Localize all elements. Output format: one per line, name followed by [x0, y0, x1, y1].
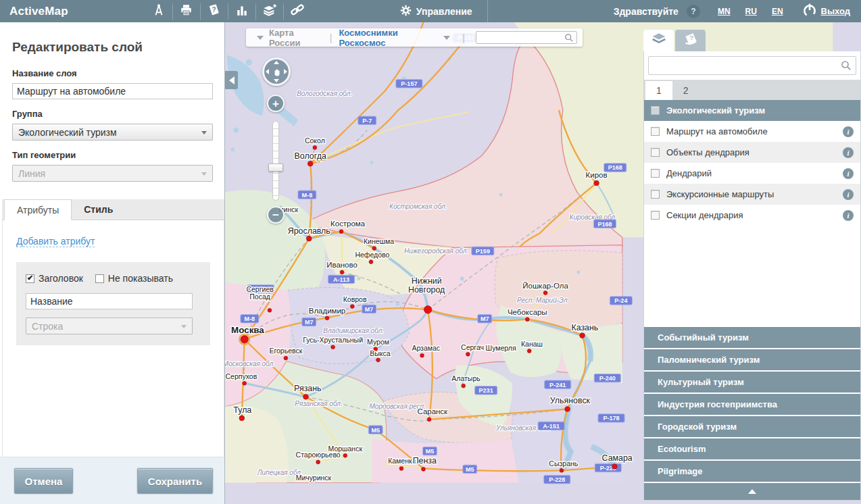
zoom-out-button[interactable]: −	[267, 206, 285, 224]
map-city-label: Рязань	[294, 384, 321, 393]
map-region-label: Московская обл.	[225, 360, 275, 368]
map-city-dot	[303, 395, 309, 400]
print-button[interactable]	[173, 0, 200, 22]
zoom-slider[interactable]	[272, 121, 279, 201]
panel-footer: Отмена Сохранить	[0, 457, 224, 504]
zoom-in-button[interactable]: +	[267, 95, 285, 112]
attribute-name-input[interactable]	[26, 293, 193, 309]
collapse-left-panel-button[interactable]	[225, 71, 238, 89]
basemap-label[interactable]: Карта России	[269, 28, 323, 48]
tab-style[interactable]: Стиль	[72, 199, 125, 220]
chevron-down-icon	[201, 131, 207, 134]
collapse-panel-button[interactable]	[644, 483, 860, 500]
map-city-label: Нефедово	[355, 251, 389, 259]
tab-attributes[interactable]: Атрибуты	[4, 199, 72, 220]
overlay-dropdown-arrow[interactable]	[443, 36, 450, 40]
header-separator	[487, 0, 488, 22]
collapsed-group-header[interactable]: Паломнический туризм	[644, 349, 860, 370]
svg-text:Р-240: Р-240	[599, 375, 616, 382]
add-attribute-link[interactable]: Добавить атрибут	[16, 236, 95, 247]
layer-row[interactable]: Дендрарийi	[644, 163, 860, 184]
map-city-label: Муром	[367, 338, 389, 346]
geometry-type-label: Тип геометрии	[12, 150, 212, 160]
measure-tool-button[interactable]	[145, 0, 172, 22]
layer-checkbox[interactable]	[651, 148, 660, 157]
layer-row[interactable]: Маршрут на автомобилеi	[644, 121, 860, 142]
logout-button[interactable]: Выход	[802, 3, 850, 20]
topbar-separator: |	[462, 32, 465, 43]
group-title: Культурный туризм	[658, 377, 744, 387]
basemap-dropdown-arrow[interactable]	[257, 36, 264, 40]
group-title: Экологический туризм	[666, 105, 765, 116]
title-checkbox[interactable]	[26, 274, 34, 283]
collapsed-group-header[interactable]: Ecotourism	[644, 438, 860, 459]
lang-ru[interactable]: RU	[745, 7, 757, 16]
layer-name-label: Название слоя	[12, 68, 212, 78]
map-city-label: Чебоксары	[508, 308, 547, 316]
save-button[interactable]: Сохранить	[137, 468, 213, 494]
map-road-badge: Р231	[475, 386, 497, 395]
map-city-label: Ковров	[343, 295, 367, 303]
map-city-label: Гусь-Хрустальный	[303, 336, 363, 344]
help-book-button[interactable]: ?	[201, 0, 228, 22]
info-icon[interactable]: i	[843, 126, 854, 137]
attribute-type-select: Строка	[26, 318, 193, 334]
chevron-left-icon	[229, 76, 235, 84]
page-tab-2[interactable]: 2	[672, 81, 699, 100]
map-city-label: Сергиев	[246, 285, 274, 293]
collapsed-group-header[interactable]: Pilgrimage	[644, 461, 860, 482]
lang-en[interactable]: EN	[772, 7, 783, 16]
cancel-button[interactable]: Отмена	[14, 468, 73, 494]
group-select[interactable]: Экологический туризм	[12, 124, 213, 141]
info-icon[interactable]: i	[843, 147, 854, 158]
map-city-label: Мичуринск	[296, 474, 332, 482]
zoom-slider-handle[interactable]	[268, 163, 283, 172]
info-icon[interactable]: i	[843, 168, 854, 179]
management-button[interactable]: Управление	[385, 0, 487, 22]
collapsed-group-header[interactable]: Индустрия гостеприимства	[644, 394, 860, 415]
layer-row[interactable]: Экскурсионные маршрутыi	[644, 184, 860, 205]
group-checkbox[interactable]	[651, 106, 660, 115]
layer-row[interactable]: Объекты дендрарияi	[644, 142, 860, 163]
map-city: Шумерля	[486, 344, 516, 352]
svg-text:?: ?	[689, 34, 693, 41]
layer-label: Объекты дендрария	[666, 147, 836, 157]
svg-text:Р-157: Р-157	[401, 80, 417, 87]
layer-checkbox[interactable]	[651, 190, 660, 199]
lang-mn[interactable]: MN	[718, 7, 731, 16]
layer-checkbox[interactable]	[651, 127, 660, 136]
layer-checkbox[interactable]	[651, 169, 660, 178]
link-button[interactable]	[284, 0, 311, 22]
info-icon[interactable]: i	[843, 189, 854, 200]
hide-checkbox[interactable]	[95, 274, 104, 283]
layer-row[interactable]: Секции дендрарияi	[644, 205, 860, 226]
add-layer-button[interactable]	[256, 0, 283, 22]
map-pan-control[interactable]	[262, 57, 291, 86]
info-icon[interactable]: i	[843, 210, 854, 221]
tab-legend[interactable]: ?	[675, 30, 706, 51]
map-road-badge: Р-241	[545, 380, 571, 388]
map-city-label: Йошкар-Ола	[522, 282, 568, 290]
map-city-dot	[594, 180, 599, 186]
map-city-dot	[420, 353, 424, 357]
map-road-badge: М7	[478, 314, 492, 322]
collapsed-group-header[interactable]: Событийный туризм	[644, 327, 860, 348]
layer-checkbox[interactable]	[651, 211, 660, 220]
layer-name-input[interactable]	[12, 83, 213, 99]
group-label: Группа	[12, 109, 212, 119]
map-city-label: Ульяновск	[550, 396, 591, 405]
svg-text:М5: М5	[371, 427, 380, 434]
tab-layers[interactable]	[643, 30, 674, 51]
collapsed-group-header[interactable]: Культурный туризм	[644, 372, 860, 393]
layers-search-input[interactable]	[653, 61, 841, 71]
collapsed-group-header[interactable]: Городской туризм	[644, 416, 860, 437]
map-search-input[interactable]	[479, 33, 564, 43]
svg-text:М5: М5	[426, 448, 435, 455]
map-road-badge: Р-7	[358, 116, 376, 124]
page-tab-1[interactable]: 1	[645, 81, 672, 100]
overlay-label[interactable]: Космоснимки Роскосмос	[339, 28, 438, 48]
bar-chart-button[interactable]	[228, 0, 255, 22]
search-icon	[564, 33, 574, 43]
layer-group-header[interactable]: Экологический туризм	[644, 100, 860, 121]
help-button[interactable]: ?	[687, 5, 700, 18]
